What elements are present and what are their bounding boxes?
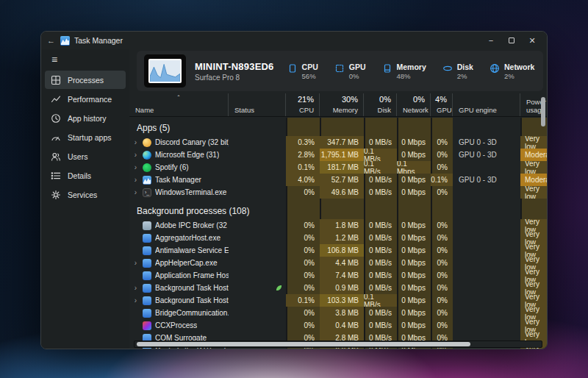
memory-cell: 106.8 MB: [320, 244, 364, 257]
close-button[interactable]: ✕: [522, 33, 542, 48]
process-name-cell[interactable]: ›Microsoft Edge (31): [129, 149, 229, 161]
process-name: Application Frame Host: [155, 271, 229, 279]
table-row[interactable]: Application Frame Host0%7.4 MB0 MB/s0 Mb…: [129, 269, 547, 282]
process-name-cell[interactable]: ›Spotify (6): [129, 161, 229, 174]
heat-value: 347.7 MB: [320, 136, 364, 149]
sidebar-item-performance[interactable]: Performance: [45, 90, 126, 108]
group-header[interactable]: Apps (5): [129, 120, 547, 136]
stat-disk[interactable]: Disk2%: [442, 63, 473, 80]
minimize-button[interactable]: −: [481, 33, 501, 48]
horizontal-scrollbar[interactable]: [134, 340, 542, 348]
expand-chevron-icon[interactable]: ›: [129, 259, 139, 267]
disk-cell: 0.1 MB/s: [364, 149, 397, 161]
heat-value: 0%: [431, 294, 453, 307]
table-row[interactable]: ›Microsoft Edge (31)2.8%1,795.1 MB0.1 MB…: [129, 149, 547, 161]
eco-leaf-icon: [276, 285, 282, 291]
status-cell: [229, 294, 286, 307]
sidebar-item-startup-apps[interactable]: Startup apps: [45, 128, 126, 146]
back-arrow-icon[interactable]: ←: [47, 36, 59, 45]
cpu-cell: 0.1%: [286, 161, 320, 174]
vertical-scrollbar-thumb[interactable]: [541, 97, 545, 126]
sidebar-item-details[interactable]: Details: [45, 166, 126, 185]
column-header-name[interactable]: ˆName: [129, 93, 229, 116]
stat-memory[interactable]: Memory48%: [382, 63, 426, 80]
expand-chevron-icon[interactable]: ›: [129, 176, 139, 184]
table-row[interactable]: Antimalware Service Executable ...0%106.…: [129, 244, 547, 257]
process-name: BridgeCommunication.exe: [155, 309, 229, 317]
sidebar-item-processes[interactable]: Processes: [45, 71, 126, 89]
vertical-scrollbar[interactable]: [540, 95, 546, 339]
network-cell: 0 Mbps: [397, 319, 431, 332]
maximize-button[interactable]: [501, 33, 522, 48]
column-header-cpu[interactable]: 21%CPU: [286, 93, 320, 116]
process-name-cell[interactable]: ›AppHelperCap.exe: [129, 257, 229, 269]
sidebar-item-users[interactable]: Users: [45, 147, 126, 165]
window-icon: [143, 246, 151, 255]
process-name-cell[interactable]: CCXProcess: [129, 319, 229, 332]
column-usage-memory: 30%: [320, 95, 363, 104]
expand-chevron-icon[interactable]: ›: [129, 284, 139, 292]
process-name-cell[interactable]: AggregatorHost.exe: [129, 232, 229, 244]
process-name-cell[interactable]: ›Background Task Host (2): [129, 282, 229, 294]
stat-network[interactable]: Network2%: [490, 63, 534, 80]
table-row[interactable]: ›AppHelperCap.exe0%4.4 MB0 MB/s0 Mbps0%V…: [129, 257, 547, 269]
group-header-label: Apps (5): [137, 123, 170, 133]
column-header-gpu[interactable]: 4%GPU: [431, 93, 453, 116]
table-row[interactable]: BridgeCommunication.exe0%3.8 MB0 MB/s0 M…: [129, 307, 547, 319]
app-history-icon: [51, 113, 61, 124]
column-header-gpu_engine[interactable]: GPU engine: [453, 93, 520, 116]
process-name-cell[interactable]: BridgeCommunication.exe: [129, 307, 229, 319]
stat-cpu[interactable]: CPU56%: [287, 63, 318, 80]
network-cell: 0 Mbps: [397, 244, 431, 257]
table-row[interactable]: ›Background Task Host (2)0%0.9 MB0 MB/s0…: [129, 282, 547, 294]
table-row[interactable]: Adobe IPC Broker (32 bit)0%1.8 MB0 MB/s0…: [129, 219, 547, 232]
process-name-cell[interactable]: ›Task Manager: [129, 174, 229, 186]
table-row[interactable]: CCXProcess0%0.4 MB0 MB/s0 Mbps0%Very low: [129, 319, 547, 332]
heat-value: 0 MB/s: [364, 232, 397, 244]
process-name-cell[interactable]: Adobe IPC Broker (32 bit): [129, 219, 229, 232]
system-thumbnail: [144, 54, 186, 88]
column-header-status[interactable]: Status: [229, 93, 286, 116]
sidebar-item-app-history[interactable]: App history: [45, 109, 126, 127]
column-header-disk[interactable]: 0%Disk: [364, 93, 397, 116]
table-row[interactable]: AggregatorHost.exe0%1.2 MB0 MB/s0 Mbps0%…: [129, 232, 547, 244]
process-name-cell[interactable]: ››_WindowsTerminal.exe (4): [129, 186, 229, 199]
expand-chevron-icon[interactable]: ›: [129, 138, 139, 146]
expand-chevron-icon[interactable]: ›: [129, 163, 139, 171]
hamburger-menu-icon[interactable]: ≡: [41, 51, 129, 70]
column-header-network[interactable]: 0%Network: [397, 93, 431, 116]
heat-value: 181.7 MB: [320, 161, 364, 174]
sidebar-item-services[interactable]: Services: [45, 185, 126, 204]
process-name-cell[interactable]: Application Frame Host: [129, 269, 229, 282]
table-row[interactable]: ›Task Manager4.0%52.7 MB0 MB/s0 Mbps0.1%…: [129, 174, 547, 186]
gpu-cell: 0%: [431, 282, 453, 294]
cpu-cell: 0.3%: [286, 136, 320, 149]
table-row[interactable]: ›Spotify (6)0.1%181.7 MB0.1 MB/s0.1 Mbps…: [129, 161, 547, 174]
gpu-cell: 0%: [431, 219, 453, 232]
table-row[interactable]: ››_WindowsTerminal.exe (4)0%49.6 MB0 MB/…: [129, 186, 547, 199]
process-name-cell[interactable]: ›Discord Canary (32 bit) (6): [129, 136, 229, 149]
process-name-cell[interactable]: ›Background Task Host (4): [129, 294, 229, 307]
expand-chevron-icon[interactable]: ›: [129, 151, 139, 159]
sidebar-item-label: Startup apps: [68, 133, 112, 142]
stat-gpu[interactable]: GPU0%: [334, 63, 366, 80]
process-name-cell[interactable]: Antimalware Service Executable ...: [129, 244, 229, 257]
gpu-engine-cell: [453, 244, 520, 257]
column-usage-status: [229, 95, 285, 104]
cpu-cell: 0%: [286, 219, 320, 232]
table-row[interactable]: ›Discord Canary (32 bit) (6)0.3%347.7 MB…: [129, 136, 547, 149]
stat-value: 0%: [349, 72, 366, 80]
expand-chevron-icon[interactable]: ›: [129, 188, 139, 196]
group-header[interactable]: Background processes (108): [129, 203, 547, 219]
column-header-memory[interactable]: 30%Memory: [320, 93, 364, 116]
sidebar-item-label: Details: [68, 171, 91, 180]
cpu-cell: 0%: [286, 244, 320, 257]
status-cell: [229, 149, 286, 161]
disk-cell: 0 MB/s: [364, 219, 397, 232]
expand-chevron-icon[interactable]: ›: [129, 296, 139, 304]
heat-value: 0.3%: [286, 136, 320, 149]
table-row[interactable]: ›Background Task Host (4)0.1%103.3 MB0.1…: [129, 294, 547, 307]
heat-value: 0.1%: [286, 294, 320, 307]
memory-cell: 3.8 MB: [320, 307, 364, 319]
horizontal-scrollbar-thumb[interactable]: [137, 342, 470, 346]
